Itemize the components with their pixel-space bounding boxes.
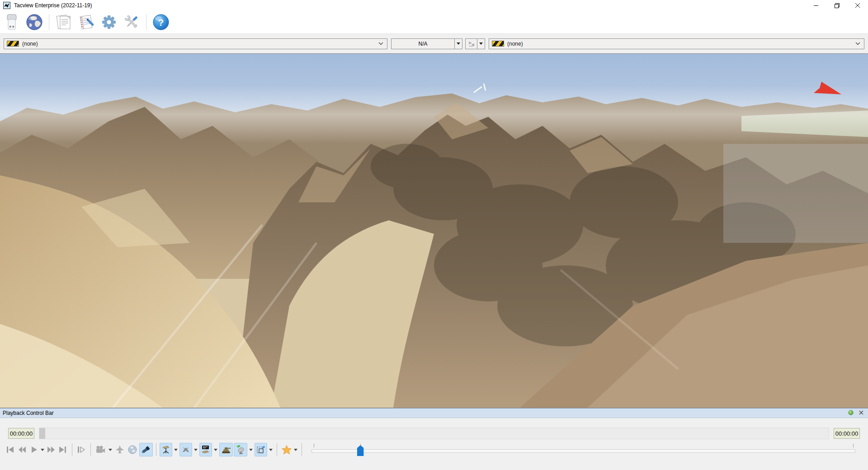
- show-sensors-button[interactable]: [234, 443, 247, 456]
- skip-to-start-button[interactable]: [5, 443, 16, 456]
- jet-icon: [115, 445, 124, 454]
- play-icon: [31, 446, 38, 453]
- close-icon: [859, 410, 863, 415]
- rewind-icon: [18, 446, 26, 453]
- rewind-button[interactable]: [16, 443, 28, 456]
- aircraft-billboard-icon: [201, 445, 210, 454]
- panel-pin-button[interactable]: [848, 410, 854, 417]
- bookmarks-caret-icon[interactable]: [294, 449, 297, 451]
- two-aircraft-icon: [467, 40, 476, 47]
- start-time-field[interactable]: 00:00:00: [8, 428, 34, 439]
- close-button[interactable]: [847, 0, 868, 11]
- show-objects-button[interactable]: [160, 443, 172, 456]
- primary-object-value: (none): [22, 41, 38, 47]
- flight-log-button[interactable]: [55, 13, 73, 32]
- online-button[interactable]: [25, 13, 43, 32]
- notes-button[interactable]: [77, 13, 95, 32]
- viewport-frame-caret-icon[interactable]: [269, 449, 273, 451]
- bookmarks-button[interactable]: [280, 443, 293, 456]
- viewport-frame-button[interactable]: [255, 443, 267, 456]
- advanced-tools-button[interactable]: [123, 13, 141, 32]
- dashed-frame-icon: [256, 445, 265, 454]
- hazard-stripes-icon: [492, 41, 504, 47]
- minimize-button[interactable]: [806, 0, 826, 11]
- show-trails-button[interactable]: [179, 443, 192, 456]
- show-labels-caret-icon[interactable]: [214, 449, 217, 451]
- restore-icon: [835, 3, 840, 8]
- camera-icon: [95, 446, 105, 454]
- step-forward-button[interactable]: [75, 443, 87, 456]
- help-button[interactable]: ?: [152, 13, 170, 32]
- step-forward-icon: [77, 446, 85, 453]
- telemetry-combo[interactable]: N/A: [391, 38, 462, 49]
- playback-panel: 00:00:00 00:00:00: [0, 418, 868, 470]
- speed-slider[interactable]: [311, 442, 855, 457]
- display-toggle-group: [160, 443, 274, 456]
- show-sensors-caret-icon[interactable]: [249, 449, 253, 451]
- show-ground-objects-button[interactable]: [219, 443, 233, 456]
- end-time-field[interactable]: 00:00:00: [834, 428, 860, 439]
- terrain-3d-viewport[interactable]: [0, 53, 868, 408]
- speed-slider-handle[interactable]: [357, 445, 364, 456]
- play-button[interactable]: [28, 443, 40, 456]
- selection-bar: (none) N/A (none): [0, 33, 868, 53]
- play-menu-caret-icon[interactable]: [41, 449, 44, 451]
- help-icon: ?: [152, 14, 170, 31]
- window-title: Tacview Enterprise (2022-11-19): [14, 2, 92, 9]
- notepad-pen-icon: [78, 14, 95, 31]
- controls-separator: [72, 443, 72, 456]
- controls-separator: [302, 443, 302, 456]
- import-device-button[interactable]: [3, 13, 21, 32]
- fast-forward-icon: [47, 446, 55, 453]
- restore-button[interactable]: [826, 0, 847, 11]
- camera-menu-caret-icon[interactable]: [108, 449, 112, 451]
- main-toolbar: ?: [0, 11, 868, 33]
- swap-objects-menu-button[interactable]: [477, 38, 485, 49]
- globe-icon: [128, 445, 137, 454]
- minimize-icon: [814, 3, 819, 8]
- secondary-object-value: (none): [507, 41, 523, 47]
- speed-slider-groove[interactable]: [311, 449, 855, 453]
- fast-forward-button[interactable]: [45, 443, 57, 456]
- playback-panel-header: Playback Control Bar: [0, 408, 868, 418]
- chevron-down-icon: [378, 42, 383, 45]
- camera-view-button[interactable]: [94, 443, 107, 456]
- time-range-track[interactable]: [39, 428, 829, 439]
- binoculars-view-button[interactable]: [139, 443, 153, 456]
- radar-dish-icon: [236, 445, 245, 454]
- panel-close-button[interactable]: [859, 410, 863, 416]
- world-view-button[interactable]: [127, 443, 138, 456]
- swap-objects-split-button: [465, 38, 485, 49]
- toolbar-separator: [146, 14, 146, 30]
- slider-tick: [853, 444, 854, 447]
- controls-separator: [90, 443, 91, 456]
- time-range-handle[interactable]: [39, 428, 45, 439]
- close-icon: [855, 3, 860, 8]
- tools-icon: [123, 14, 140, 31]
- show-trails-caret-icon[interactable]: [194, 449, 198, 451]
- camera-view-group: [94, 443, 153, 456]
- terrain-scene: [0, 54, 868, 408]
- time-row: 00:00:00 00:00:00: [8, 428, 860, 439]
- app-window: Tacview Enterprise (2022-11-19): [0, 0, 868, 470]
- skip-to-start-icon: [6, 446, 14, 453]
- settings-button[interactable]: [100, 13, 118, 32]
- gear-icon: [100, 14, 118, 31]
- show-objects-caret-icon[interactable]: [174, 449, 178, 451]
- tacview-app-icon: [3, 2, 10, 9]
- question-glyph: ?: [158, 17, 164, 28]
- swap-objects-button[interactable]: [465, 38, 477, 49]
- globe-icon: [26, 14, 43, 31]
- green-orb-icon: [848, 410, 854, 415]
- playback-controls-row: [5, 442, 863, 458]
- title-bar: Tacview Enterprise (2022-11-19): [0, 0, 868, 11]
- secondary-object-combo[interactable]: (none): [489, 38, 864, 49]
- chevron-down-icon: [855, 42, 860, 45]
- cockpit-view-button[interactable]: [114, 443, 126, 456]
- tank-icon: [221, 446, 231, 454]
- skip-to-end-button[interactable]: [57, 443, 69, 456]
- hazard-stripes-icon: [7, 41, 19, 47]
- primary-object-combo[interactable]: (none): [4, 38, 387, 49]
- window-controls: [806, 0, 868, 11]
- show-labels-button[interactable]: [199, 443, 212, 456]
